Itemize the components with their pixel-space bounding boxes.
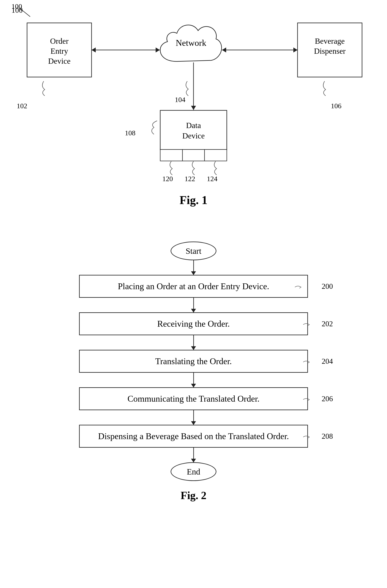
step200-box: Placing an Order at an Order Entry Devic… <box>79 275 308 298</box>
svg-marker-28 <box>293 47 298 52</box>
step202-container: Receiving the Order. 202 <box>79 312 308 335</box>
svg-text:122: 122 <box>185 175 195 183</box>
step200-label: Placing an Order at an Order Entry Devic… <box>118 281 269 291</box>
end-oval: End <box>171 462 216 481</box>
fig2-label: Fig. 2 <box>181 489 206 501</box>
start-container: Start <box>171 242 216 260</box>
svg-text:Order: Order <box>50 37 69 45</box>
ref200: 200 <box>295 282 333 291</box>
arrow-4 <box>193 410 194 425</box>
svg-rect-17 <box>160 149 182 161</box>
ref202: 202 <box>303 319 333 328</box>
arrow-2 <box>193 335 194 350</box>
svg-text:Device: Device <box>48 57 71 65</box>
svg-text:104: 104 <box>175 96 185 104</box>
arrow-5 <box>193 448 194 462</box>
svg-text:Network: Network <box>176 38 206 48</box>
svg-text:Dispenser: Dispenser <box>314 47 346 55</box>
svg-marker-26 <box>156 47 160 52</box>
fig2-title: Fig. 2 <box>181 489 206 514</box>
step208-container: Dispensing a Beverage Based on the Trans… <box>79 425 308 448</box>
svg-text:124: 124 <box>207 175 217 183</box>
ref204: 204 <box>303 357 333 366</box>
svg-text:Device: Device <box>182 131 205 140</box>
svg-text:102: 102 <box>17 102 27 110</box>
step206-container: Communicating the Translated Order. 206 <box>79 387 308 410</box>
svg-text:Beverage: Beverage <box>315 37 345 45</box>
step202-label: Receiving the Order. <box>157 319 230 329</box>
arrow-1 <box>193 298 194 312</box>
page: 100 100 Order Entry Device 102 Beverage … <box>0 0 387 588</box>
svg-rect-18 <box>182 149 205 161</box>
fig2-section: Start Placing an Order at an Order Entry… <box>0 229 387 531</box>
svg-text:106: 106 <box>331 102 341 110</box>
svg-marker-31 <box>191 106 196 110</box>
svg-text:Fig. 1: Fig. 1 <box>180 194 207 207</box>
svg-text:Entry: Entry <box>51 47 68 55</box>
arrow-0 <box>193 260 194 275</box>
step208-box: Dispensing a Beverage Based on the Trans… <box>79 425 308 448</box>
step206-label: Communicating the Translated Order. <box>128 394 260 404</box>
svg-rect-19 <box>205 149 227 161</box>
step206-box: Communicating the Translated Order. <box>79 387 308 410</box>
fig1-svg: 100 Order Entry Device 102 Beverage Disp… <box>0 0 387 221</box>
svg-marker-29 <box>222 47 226 52</box>
svg-rect-13 <box>160 110 227 150</box>
fig1-section: 100 100 Order Entry Device 102 Beverage … <box>0 0 387 229</box>
flowchart: Start Placing an Order at an Order Entry… <box>0 242 387 531</box>
start-oval: Start <box>171 242 216 260</box>
svg-text:Data: Data <box>186 121 201 130</box>
end-label: End <box>187 467 200 477</box>
step200-container: Placing an Order at an Order Entry Devic… <box>79 275 308 298</box>
svg-text:108: 108 <box>125 129 135 137</box>
end-container: End <box>171 462 216 481</box>
svg-marker-25 <box>92 47 96 52</box>
ref208: 208 <box>303 432 333 441</box>
arrow-3 <box>193 373 194 387</box>
start-label: Start <box>186 246 201 256</box>
step204-box: Translating the Order. <box>79 350 308 373</box>
step204-container: Translating the Order. 204 <box>79 350 308 373</box>
step202-box: Receiving the Order. <box>79 312 308 335</box>
step204-label: Translating the Order. <box>155 356 232 366</box>
ref206: 206 <box>303 394 333 403</box>
svg-text:120: 120 <box>162 175 173 183</box>
step208-label: Dispensing a Beverage Based on the Trans… <box>98 431 289 441</box>
